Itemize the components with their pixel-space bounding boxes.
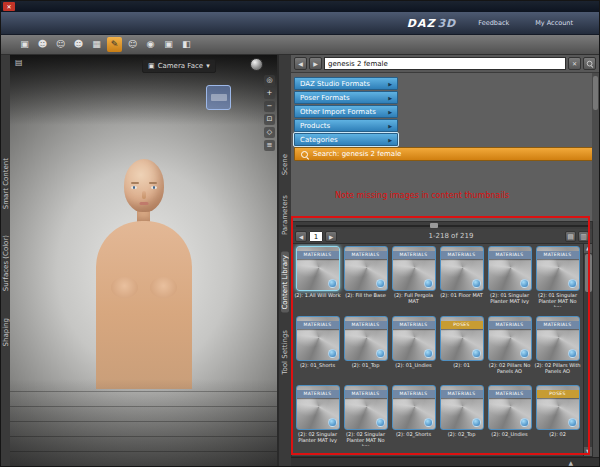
list-view-button[interactable]: ▤	[565, 231, 576, 242]
slider-handle[interactable]	[430, 223, 438, 228]
duf-file-badge-icon	[568, 279, 577, 288]
thumbnail-image: Materials	[440, 385, 484, 430]
duf-file-badge-icon	[376, 349, 385, 358]
search-button[interactable]	[583, 57, 596, 70]
pose-icon[interactable]: ☻	[71, 37, 86, 52]
my-account-link[interactable]: My Account	[535, 19, 573, 27]
grid-scrollbar[interactable]: ▲ ▼	[583, 244, 592, 456]
next-page-button[interactable]: ▶	[325, 231, 337, 242]
scroll-up-icon[interactable]: ▲	[584, 244, 593, 253]
thumbnail-item[interactable]: Materials (2): 01 Singular Planter MAT N…	[534, 246, 581, 315]
expand-arrow-icon[interactable]: ▶	[388, 109, 392, 115]
thumbnail-item[interactable]: Materials (2): 01_Shorts	[294, 316, 341, 385]
expand-arrow-icon[interactable]: ▶	[388, 95, 392, 101]
scrollbar-thumb[interactable]	[585, 254, 592, 292]
header-bar: DAZ3D Feedback My Account	[1, 12, 599, 35]
frame-view-icon[interactable]: ⊡	[264, 114, 275, 125]
thumbnail-item[interactable]: Materials (2): Full Pergola MAT	[390, 246, 437, 315]
camera-selector-label: Camera Face	[158, 62, 204, 70]
grid-view-button[interactable]: ▥	[578, 231, 589, 242]
thumbnail-item[interactable]: Materials (2): 02 Singular Planter MAT I…	[294, 385, 341, 454]
prev-page-button[interactable]: ◀	[295, 231, 307, 242]
zoom-in-icon[interactable]: +	[264, 88, 275, 99]
expand-arrow-icon[interactable]: ▶	[388, 123, 392, 129]
expand-arrow-icon[interactable]: ▶	[388, 81, 392, 87]
tab-shaping[interactable]: Shaping	[2, 315, 10, 349]
duf-file-badge-icon	[520, 418, 529, 427]
tree-item-categories[interactable]: Categories ▶	[294, 133, 398, 146]
tab-scene[interactable]: Scene	[281, 151, 289, 178]
thumbnail-image: Materials	[296, 385, 340, 430]
category-banner: Materials	[393, 251, 435, 259]
category-banner: Materials	[297, 390, 339, 398]
thumbnail-item[interactable]: Materials (2): Fill the Base	[342, 246, 389, 315]
tree-item-poser-formats[interactable]: Poser Formats ▶	[294, 91, 398, 104]
thumbnail-item[interactable]: Materials (2): 02 Pillars No Panels AO	[486, 316, 533, 385]
expand-arrow-icon[interactable]: ▶	[388, 137, 392, 143]
category-banner: Poses	[441, 321, 483, 329]
tree-scrollbar[interactable]	[592, 73, 599, 221]
thumbnail-image: Materials	[536, 316, 580, 361]
tab-tool-settings[interactable]: Tool Settings	[281, 327, 289, 378]
thumbnail-item[interactable]: Materials (2): 02_Top	[438, 385, 485, 454]
forward-button[interactable]: ▶	[309, 57, 322, 70]
camera-selector[interactable]: ▣ Camera Face ▾	[142, 59, 216, 73]
selection-box-overlay[interactable]	[206, 85, 231, 110]
orbit-sphere-icon[interactable]	[250, 58, 263, 71]
render-icon[interactable]: ◧	[179, 37, 194, 52]
daz3d-logo: DAZ3D	[407, 17, 456, 30]
tree-item-daz-studio-formats[interactable]: DAZ Studio Formats ▶	[294, 77, 398, 90]
thumbnail-image: Poses	[536, 385, 580, 430]
collapse-arrow-icon[interactable]: ▲	[568, 459, 573, 466]
slider-track	[296, 225, 588, 227]
tab-smart-content[interactable]: Smart Content	[2, 155, 10, 212]
figure-icon[interactable]: ☻	[35, 37, 50, 52]
thumbnail-item[interactable]: Materials (2): 02_Undies	[486, 385, 533, 454]
thumbnail-item[interactable]: Materials (2): 1.All Will Work	[294, 246, 341, 315]
orbit-tool-icon[interactable]: ◎	[264, 75, 275, 86]
duf-file-badge-icon	[328, 279, 337, 288]
rotate-view-icon[interactable]: ◇	[264, 127, 275, 138]
close-button[interactable]: ✕	[3, 2, 15, 11]
camera-icon[interactable]: ▣	[161, 37, 176, 52]
thumbnail-item[interactable]: Materials (2): 01 Floor MAT	[438, 246, 485, 315]
surface-selection-icon[interactable]: ✎	[107, 37, 122, 52]
feedback-link[interactable]: Feedback	[478, 19, 509, 27]
tree-item-products[interactable]: Products ▶	[294, 119, 398, 132]
tab-surfaces-color[interactable]: Surfaces (Color)	[2, 232, 10, 294]
tree-item-other-import-formats[interactable]: Other Import Formats ▶	[294, 105, 398, 118]
thumbnail-item[interactable]: Materials (2): 01_Undies	[390, 316, 437, 385]
duf-file-badge-icon	[376, 418, 385, 427]
thumbnail-image: Materials	[392, 246, 436, 291]
thumbnail-item[interactable]: Materials (2): 01_Top	[342, 316, 389, 385]
tree-item-search-results[interactable]: Search: genesis 2 female	[294, 147, 599, 161]
thumbnail-item[interactable]: Materials (2): 02 Pillars With Panels AO	[534, 316, 581, 385]
figure-torso[interactable]	[96, 221, 192, 389]
genesis2-figure[interactable]	[89, 159, 199, 389]
duf-file-badge-icon	[376, 279, 385, 288]
thumbnail-item[interactable]: Poses (2): 01	[438, 316, 485, 385]
tab-content-library[interactable]: Content Library	[281, 252, 289, 313]
main-toolbar: ▣☻☺☻▦✎☺◉▣◧	[1, 35, 599, 55]
category-banner: Materials	[489, 251, 531, 259]
view-menu-icon[interactable]: ≡	[264, 140, 275, 151]
figures-group-icon[interactable]: ☺	[53, 37, 68, 52]
thumbnail-item[interactable]: Materials (2): 02 Singular Planter MAT N…	[342, 385, 389, 454]
clear-search-button[interactable]: ✕	[568, 57, 581, 70]
timeline-icon[interactable]: ▦	[89, 37, 104, 52]
back-button[interactable]: ◀	[294, 57, 307, 70]
node-selection-icon[interactable]: ◉	[143, 37, 158, 52]
smile-icon[interactable]: ☺	[125, 37, 140, 52]
scroll-down-icon[interactable]: ▼	[584, 447, 593, 456]
thumbnail-item[interactable]: Poses (2): 02	[534, 385, 581, 454]
zoom-out-icon[interactable]: −	[264, 101, 275, 112]
tab-parameters[interactable]: Parameters	[281, 192, 289, 238]
viewport-options-icon[interactable]: ▤	[15, 58, 23, 67]
new-scene-icon[interactable]: ▣	[17, 37, 32, 52]
thumbnail-item[interactable]: Materials (2): 01 Singular Planter MAT I…	[486, 246, 533, 315]
thumbnail-item[interactable]: Materials (2): 02_Shorts	[390, 385, 437, 454]
page-number-box[interactable]: 1	[309, 231, 323, 242]
viewport[interactable]: ▤ ▣ Camera Face ▾ ◎+−⊡◇≡	[10, 55, 278, 467]
search-input[interactable]	[324, 57, 566, 70]
figure-head[interactable]	[124, 159, 164, 212]
